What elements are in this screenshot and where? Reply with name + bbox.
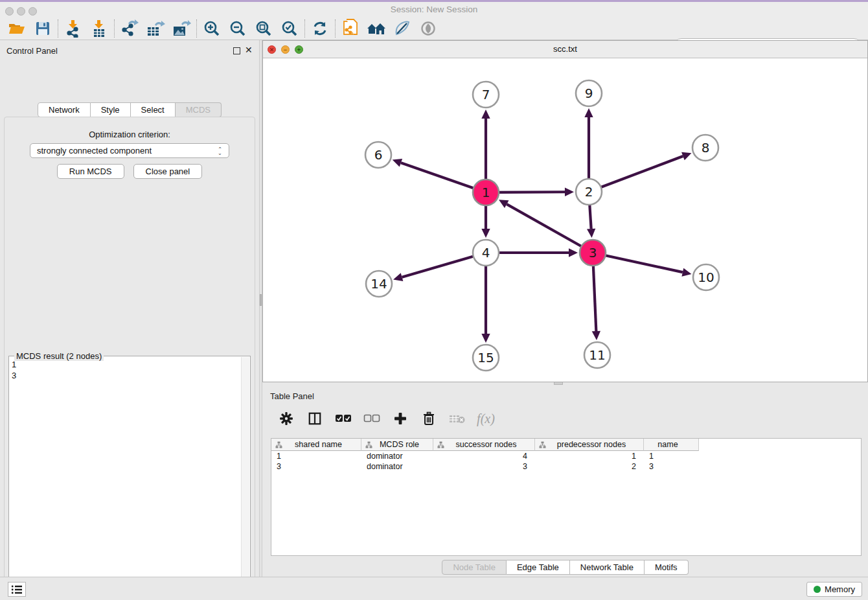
refresh-button[interactable] [307,18,333,39]
cell-predecessor-nodes[interactable]: 2 [535,462,644,471]
graph-node-15[interactable]: 15 [473,345,499,371]
main-toolbar [0,17,868,40]
function-builder-button[interactable]: f(x) [475,408,497,430]
column-header-name[interactable]: name [644,439,699,451]
tab-select[interactable]: Select [131,102,176,117]
tab-network[interactable]: Network [38,102,91,117]
tab-style[interactable]: Style [91,102,131,117]
column-header-predecessor-nodes[interactable]: predecessor nodes [535,439,644,451]
column-header-label: predecessor nodes [546,440,643,449]
network-canvas[interactable]: 7968124314101511 [263,58,867,382]
tab-motifs[interactable]: Motifs [645,560,689,575]
zoom-out-icon [229,20,246,37]
delete-table-button[interactable] [446,408,468,430]
result-scrollbar[interactable] [241,357,249,600]
graph-node-8[interactable]: 8 [692,135,718,161]
criterion-value: strongly connected component [37,146,152,156]
import-table-button[interactable] [86,18,112,39]
export-network-button[interactable] [117,18,143,39]
export-table-button[interactable] [143,18,168,39]
run-mcds-button[interactable]: Run MCDS [57,164,124,179]
open-session-button[interactable] [4,18,30,39]
node-table[interactable]: shared nameMCDS rolesuccessor nodesprede… [271,438,862,556]
edge-3-1[interactable] [507,204,593,253]
network-window-titlebar[interactable]: ✕ − + scc.txt [263,41,867,58]
export-table-icon [146,19,165,38]
column-header-shared-name[interactable]: shared name [271,439,361,451]
toolbar-separator [335,19,336,38]
close-panel-button[interactable]: Close panel [133,164,203,179]
export-image-icon [172,19,191,38]
export-image-button[interactable] [168,18,194,39]
import-network-button[interactable] [60,18,86,39]
table-settings-button[interactable] [275,408,297,430]
delete-column-button[interactable] [418,408,440,430]
cell-successor-nodes[interactable]: 3 [433,462,535,471]
create-column-button[interactable] [389,408,411,430]
tab-node-table[interactable]: Node Table [442,560,507,575]
control-panel: Control Panel ✕ NetworkStyleSelectMCDS O… [0,40,259,577]
open-folder-icon [8,21,26,36]
splitter-grip[interactable] [260,294,262,306]
graph-node-7[interactable]: 7 [473,82,499,108]
cell-shared-name[interactable]: 3 [271,462,361,471]
show-graphics-details-button[interactable] [415,18,441,39]
home-button[interactable] [363,18,389,39]
duplicate-network-button[interactable] [337,18,363,39]
close-panel-icon[interactable]: ✕ [245,45,253,55]
refresh-icon [312,20,328,37]
node-label: 4 [482,245,490,260]
duplicate-network-icon [342,19,359,38]
save-session-button[interactable] [30,18,56,39]
gear-icon [279,411,293,426]
table-panel-title: Table Panel [270,391,314,401]
memory-button[interactable]: Memory [806,582,862,597]
tab-network-table[interactable]: Network Table [570,560,645,575]
graph-node-9[interactable]: 9 [576,80,602,106]
graph-node-2[interactable]: 2 [576,179,602,205]
graph-node-10[interactable]: 10 [693,264,719,290]
network-graph[interactable]: 7968124314101511 [263,58,867,382]
graph-node-11[interactable]: 11 [584,342,610,368]
task-history-button[interactable] [8,582,26,597]
tab-mcds[interactable]: MCDS [176,102,222,117]
mcds-result-text[interactable]: 13 [12,359,240,600]
column-header-successor-nodes[interactable]: successor nodes [433,439,535,451]
float-panel-icon[interactable] [233,47,240,54]
control-panel-title: Control Panel [6,46,58,56]
graph-node-3[interactable]: 3 [580,240,606,266]
edge-3-10[interactable] [593,253,683,272]
criterion-select[interactable]: strongly connected component ⌃⌃ [30,143,229,158]
cell-name[interactable]: 1 [644,452,699,461]
graph-node-4[interactable]: 4 [473,240,499,266]
paint-style-button[interactable] [389,18,415,39]
graph-node-14[interactable]: 14 [366,271,392,297]
tab-edge-table[interactable]: Edge Table [507,560,570,575]
result-line: 3 [12,370,240,381]
zoom-selected-button[interactable] [277,18,303,39]
app-titlebar: Session: New Session [0,2,868,17]
cell-MCDS-role[interactable]: dominator [361,462,433,471]
cell-predecessor-nodes[interactable]: 1 [535,452,644,461]
zoom-fit-button[interactable] [251,18,277,39]
cell-name[interactable]: 3 [644,462,699,471]
select-all-button[interactable] [332,408,354,430]
show-column-button[interactable] [304,408,326,430]
cell-shared-name[interactable]: 1 [271,452,361,461]
eye-icon [420,20,437,37]
cell-MCDS-role[interactable]: dominator [361,452,433,461]
mcds-result-box: MCDS result (2 nodes) 13 [8,356,251,600]
zoom-out-button[interactable] [225,18,251,39]
zoom-in-button[interactable] [199,18,225,39]
graph-node-1[interactable]: 1 [473,179,499,205]
cell-successor-nodes[interactable]: 4 [433,452,535,461]
graph-node-6[interactable]: 6 [365,142,391,168]
edge-2-8[interactable] [589,156,683,192]
toolbar-separator [304,19,305,38]
deselect-all-button[interactable] [361,408,383,430]
column-header-MCDS-role[interactable]: MCDS role [361,439,433,451]
table-row[interactable]: 1dominator411 [271,451,861,461]
table-row[interactable]: 3dominator323 [271,461,861,472]
node-label: 14 [371,276,387,292]
hierarchy-icon [437,441,444,448]
